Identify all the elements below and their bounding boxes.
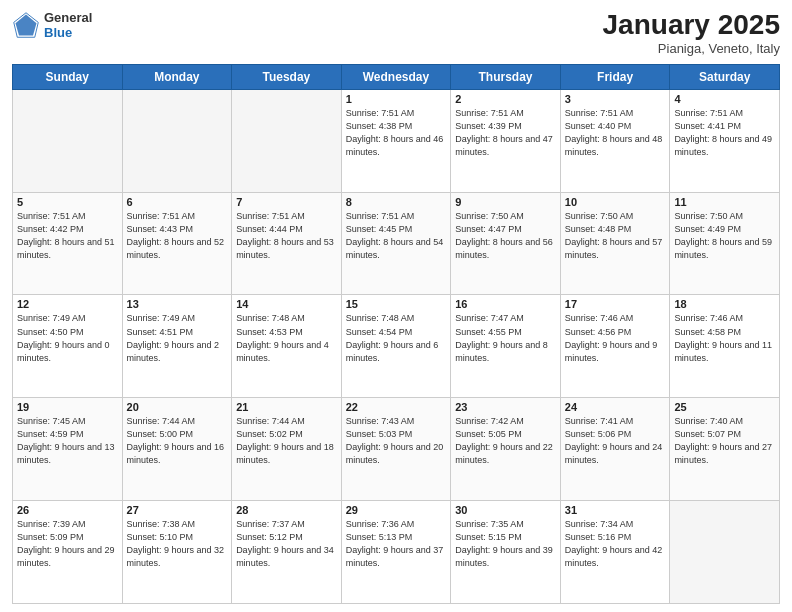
calendar-cell: 2Sunrise: 7:51 AM Sunset: 4:39 PM Daylig… (451, 89, 561, 192)
day-info: Sunrise: 7:35 AM Sunset: 5:15 PM Dayligh… (455, 518, 556, 570)
calendar-cell: 8Sunrise: 7:51 AM Sunset: 4:45 PM Daylig… (341, 192, 451, 295)
day-info: Sunrise: 7:38 AM Sunset: 5:10 PM Dayligh… (127, 518, 228, 570)
calendar-cell: 19Sunrise: 7:45 AM Sunset: 4:59 PM Dayli… (13, 398, 123, 501)
day-number: 20 (127, 401, 228, 413)
day-number: 3 (565, 93, 666, 105)
day-number: 24 (565, 401, 666, 413)
col-wednesday: Wednesday (341, 64, 451, 89)
calendar-week-4: 19Sunrise: 7:45 AM Sunset: 4:59 PM Dayli… (13, 398, 780, 501)
day-info: Sunrise: 7:34 AM Sunset: 5:16 PM Dayligh… (565, 518, 666, 570)
col-thursday: Thursday (451, 64, 561, 89)
day-info: Sunrise: 7:37 AM Sunset: 5:12 PM Dayligh… (236, 518, 337, 570)
day-number: 9 (455, 196, 556, 208)
col-tuesday: Tuesday (232, 64, 342, 89)
calendar-cell: 5Sunrise: 7:51 AM Sunset: 4:42 PM Daylig… (13, 192, 123, 295)
day-number: 18 (674, 298, 775, 310)
logo: General Blue (12, 10, 92, 40)
col-sunday: Sunday (13, 64, 123, 89)
col-saturday: Saturday (670, 64, 780, 89)
calendar-cell: 30Sunrise: 7:35 AM Sunset: 5:15 PM Dayli… (451, 501, 561, 604)
day-number: 25 (674, 401, 775, 413)
day-info: Sunrise: 7:39 AM Sunset: 5:09 PM Dayligh… (17, 518, 118, 570)
day-info: Sunrise: 7:44 AM Sunset: 5:02 PM Dayligh… (236, 415, 337, 467)
day-number: 23 (455, 401, 556, 413)
day-number: 4 (674, 93, 775, 105)
day-number: 8 (346, 196, 447, 208)
page-header: General Blue January 2025 Pianiga, Venet… (12, 10, 780, 56)
day-number: 22 (346, 401, 447, 413)
calendar-cell: 20Sunrise: 7:44 AM Sunset: 5:00 PM Dayli… (122, 398, 232, 501)
calendar-cell: 29Sunrise: 7:36 AM Sunset: 5:13 PM Dayli… (341, 501, 451, 604)
calendar-cell: 13Sunrise: 7:49 AM Sunset: 4:51 PM Dayli… (122, 295, 232, 398)
day-info: Sunrise: 7:42 AM Sunset: 5:05 PM Dayligh… (455, 415, 556, 467)
day-number: 28 (236, 504, 337, 516)
col-friday: Friday (560, 64, 670, 89)
day-info: Sunrise: 7:46 AM Sunset: 4:56 PM Dayligh… (565, 312, 666, 364)
month-title: January 2025 (603, 10, 780, 41)
calendar-cell: 7Sunrise: 7:51 AM Sunset: 4:44 PM Daylig… (232, 192, 342, 295)
calendar-cell: 22Sunrise: 7:43 AM Sunset: 5:03 PM Dayli… (341, 398, 451, 501)
calendar-week-3: 12Sunrise: 7:49 AM Sunset: 4:50 PM Dayli… (13, 295, 780, 398)
day-info: Sunrise: 7:47 AM Sunset: 4:55 PM Dayligh… (455, 312, 556, 364)
day-number: 31 (565, 504, 666, 516)
calendar-cell: 28Sunrise: 7:37 AM Sunset: 5:12 PM Dayli… (232, 501, 342, 604)
logo-blue-text: Blue (44, 25, 92, 40)
day-number: 27 (127, 504, 228, 516)
day-info: Sunrise: 7:51 AM Sunset: 4:39 PM Dayligh… (455, 107, 556, 159)
calendar-cell: 3Sunrise: 7:51 AM Sunset: 4:40 PM Daylig… (560, 89, 670, 192)
calendar-cell: 11Sunrise: 7:50 AM Sunset: 4:49 PM Dayli… (670, 192, 780, 295)
day-info: Sunrise: 7:46 AM Sunset: 4:58 PM Dayligh… (674, 312, 775, 364)
calendar-cell: 1Sunrise: 7:51 AM Sunset: 4:38 PM Daylig… (341, 89, 451, 192)
days-row: Sunday Monday Tuesday Wednesday Thursday… (13, 64, 780, 89)
day-number: 16 (455, 298, 556, 310)
day-number: 1 (346, 93, 447, 105)
calendar-cell (670, 501, 780, 604)
day-info: Sunrise: 7:36 AM Sunset: 5:13 PM Dayligh… (346, 518, 447, 570)
title-section: January 2025 Pianiga, Veneto, Italy (603, 10, 780, 56)
day-number: 2 (455, 93, 556, 105)
day-info: Sunrise: 7:49 AM Sunset: 4:50 PM Dayligh… (17, 312, 118, 364)
day-info: Sunrise: 7:50 AM Sunset: 4:49 PM Dayligh… (674, 210, 775, 262)
calendar-header: Sunday Monday Tuesday Wednesday Thursday… (13, 64, 780, 89)
calendar-cell: 18Sunrise: 7:46 AM Sunset: 4:58 PM Dayli… (670, 295, 780, 398)
calendar-body: 1Sunrise: 7:51 AM Sunset: 4:38 PM Daylig… (13, 89, 780, 603)
day-number: 11 (674, 196, 775, 208)
day-number: 26 (17, 504, 118, 516)
day-number: 7 (236, 196, 337, 208)
day-number: 5 (17, 196, 118, 208)
page-container: General Blue January 2025 Pianiga, Venet… (0, 0, 792, 612)
day-info: Sunrise: 7:51 AM Sunset: 4:43 PM Dayligh… (127, 210, 228, 262)
calendar-cell: 23Sunrise: 7:42 AM Sunset: 5:05 PM Dayli… (451, 398, 561, 501)
day-info: Sunrise: 7:40 AM Sunset: 5:07 PM Dayligh… (674, 415, 775, 467)
day-info: Sunrise: 7:51 AM Sunset: 4:45 PM Dayligh… (346, 210, 447, 262)
calendar-week-5: 26Sunrise: 7:39 AM Sunset: 5:09 PM Dayli… (13, 501, 780, 604)
calendar-week-2: 5Sunrise: 7:51 AM Sunset: 4:42 PM Daylig… (13, 192, 780, 295)
calendar-cell: 27Sunrise: 7:38 AM Sunset: 5:10 PM Dayli… (122, 501, 232, 604)
calendar-cell: 10Sunrise: 7:50 AM Sunset: 4:48 PM Dayli… (560, 192, 670, 295)
day-number: 29 (346, 504, 447, 516)
calendar-cell: 9Sunrise: 7:50 AM Sunset: 4:47 PM Daylig… (451, 192, 561, 295)
day-info: Sunrise: 7:50 AM Sunset: 4:48 PM Dayligh… (565, 210, 666, 262)
day-info: Sunrise: 7:51 AM Sunset: 4:44 PM Dayligh… (236, 210, 337, 262)
calendar-cell: 21Sunrise: 7:44 AM Sunset: 5:02 PM Dayli… (232, 398, 342, 501)
day-number: 21 (236, 401, 337, 413)
calendar-cell: 24Sunrise: 7:41 AM Sunset: 5:06 PM Dayli… (560, 398, 670, 501)
day-info: Sunrise: 7:51 AM Sunset: 4:41 PM Dayligh… (674, 107, 775, 159)
logo-general-text: General (44, 10, 92, 25)
col-monday: Monday (122, 64, 232, 89)
calendar-cell: 25Sunrise: 7:40 AM Sunset: 5:07 PM Dayli… (670, 398, 780, 501)
day-number: 15 (346, 298, 447, 310)
location-subtitle: Pianiga, Veneto, Italy (603, 41, 780, 56)
day-number: 30 (455, 504, 556, 516)
day-info: Sunrise: 7:41 AM Sunset: 5:06 PM Dayligh… (565, 415, 666, 467)
calendar-week-1: 1Sunrise: 7:51 AM Sunset: 4:38 PM Daylig… (13, 89, 780, 192)
day-number: 14 (236, 298, 337, 310)
day-info: Sunrise: 7:44 AM Sunset: 5:00 PM Dayligh… (127, 415, 228, 467)
day-number: 10 (565, 196, 666, 208)
logo-text: General Blue (44, 10, 92, 40)
day-info: Sunrise: 7:43 AM Sunset: 5:03 PM Dayligh… (346, 415, 447, 467)
logo-icon (12, 11, 40, 39)
day-info: Sunrise: 7:49 AM Sunset: 4:51 PM Dayligh… (127, 312, 228, 364)
calendar-cell: 31Sunrise: 7:34 AM Sunset: 5:16 PM Dayli… (560, 501, 670, 604)
svg-marker-0 (16, 15, 37, 36)
